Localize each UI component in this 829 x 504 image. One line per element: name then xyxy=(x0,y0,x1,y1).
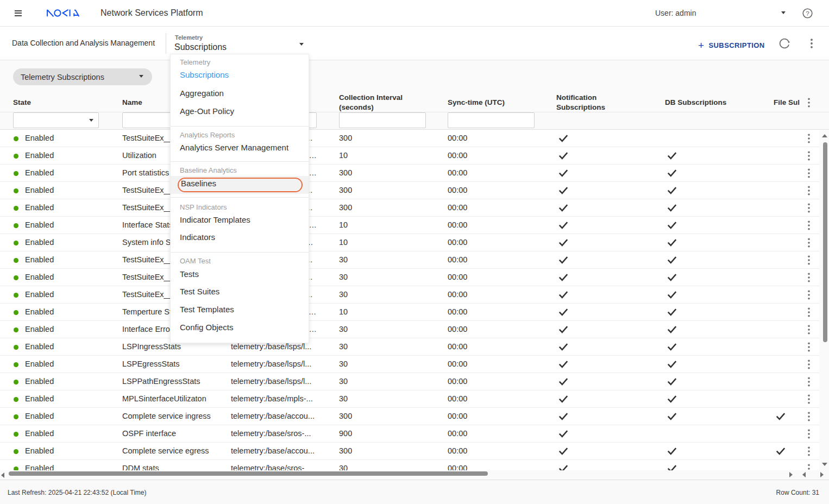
svg-text:?: ? xyxy=(806,10,809,16)
